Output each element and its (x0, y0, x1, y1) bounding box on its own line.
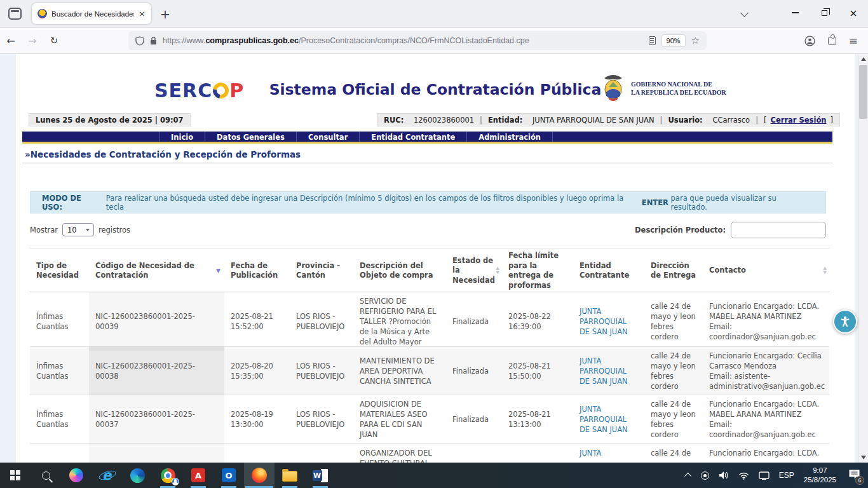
start-button[interactable] (0, 463, 31, 488)
volume-icon[interactable] (719, 471, 729, 480)
windows-taskbar: e A O W ESP 9:0725/8/2025 6 (0, 463, 868, 488)
tab-close-icon[interactable]: × (139, 10, 146, 18)
header-direccion[interactable]: Dirección de Entrega (644, 248, 703, 293)
cell-fecha-limite (502, 444, 573, 463)
reload-button[interactable]: ↻ (43, 35, 65, 46)
entity-link[interactable]: JUNTA (580, 448, 601, 458)
show-label: Mostrar (30, 226, 58, 234)
records-per-page-select[interactable]: 10 (62, 223, 94, 236)
windows-logo-icon (10, 470, 20, 480)
cell-tipo: Ínfimas Cuantías (30, 347, 89, 395)
records-label: registros (98, 226, 130, 234)
product-description-input[interactable] (731, 222, 826, 238)
ecuador-coat-of-arms (600, 73, 626, 104)
sort-desc-icon[interactable]: ▼ (216, 267, 220, 274)
screen: Buscador de Necesidades de Co × + × ← → … (0, 0, 868, 488)
wifi-icon[interactable] (738, 471, 749, 480)
header-estado[interactable]: Estado de la Necesidad▲▼ (446, 248, 502, 293)
cell-descripcion: ADQUISICION DE MATERIALES ASEO PARA EL C… (353, 395, 446, 444)
cell-tipo: Ínfimas Cuantías (30, 292, 89, 351)
nav-item-consultar[interactable]: Consultar (297, 132, 360, 142)
taskbar-chrome-button[interactable] (153, 463, 183, 488)
forward-button[interactable]: → (22, 35, 43, 47)
page-scrollbar[interactable] (858, 54, 868, 463)
table-length-control: Mostrar 10 registros (30, 223, 130, 236)
scroll-up-arrow-icon[interactable] (861, 57, 866, 61)
header-contacto[interactable]: Contacto▲▼ (703, 248, 829, 293)
notification-center-button[interactable]: 6 (848, 469, 860, 482)
taskbar-search-button[interactable] (31, 463, 61, 488)
cell-direccion: calle 24 de (644, 444, 703, 463)
taskbar-copilot-button[interactable] (61, 463, 92, 488)
cell-descripcion: ORGANIZADOR DEL EVENTO CULTURAL (353, 444, 446, 463)
taskbar-firefox-button[interactable] (244, 463, 275, 488)
cell-contacto: Funcionario Encargado: LCDA. MABEL ARANA… (703, 395, 829, 444)
acrobat-icon: A (191, 468, 205, 482)
header-provincia[interactable]: Provincia - Cantón (290, 248, 353, 293)
header-descripcion[interactable]: Descripción del Objeto de compra (353, 248, 446, 293)
tray-clock[interactable]: 9:0725/8/2025 (804, 466, 836, 485)
url-text: https://www.compraspublicas.gob.ec/Proce… (163, 36, 643, 45)
tray-chevron-up-icon[interactable] (684, 473, 691, 480)
browser-tab[interactable]: Buscador de Necesidades de Co × (32, 3, 151, 24)
cast-display-icon[interactable] (759, 471, 770, 480)
window-restore-button[interactable] (810, 0, 839, 25)
table-row: ORGANIZADOR DEL EVENTO CULTURAL JUNTA ca… (30, 444, 829, 463)
window-minimize-button[interactable] (780, 0, 810, 25)
cell-direccion: calle 24 de mayo y leon febres cordero (644, 347, 703, 395)
site-title: Sistema Oficial de Contratación Pública (245, 81, 626, 98)
back-button[interactable]: ← (0, 35, 22, 47)
header-codigo[interactable]: Código de Necesidad de Contratación▼ (89, 248, 224, 293)
nav-item-inicio[interactable]: Inicio (159, 132, 205, 142)
account-icon[interactable] (804, 36, 815, 46)
taskbar-outlook-button[interactable]: O (214, 463, 244, 488)
url-bar[interactable]: https://www.compraspublicas.gob.ec/Proce… (128, 31, 707, 50)
header-entidad[interactable]: Entidad Contratante (573, 248, 644, 293)
header-fecha-limite[interactable]: Fecha límite para la entrega de proforma… (502, 248, 573, 293)
cell-codigo: NIC-1260023860001-2025-00037 (89, 395, 224, 444)
new-tab-button[interactable]: + (160, 7, 170, 21)
outlook-icon: O (222, 468, 236, 482)
reader-mode-icon[interactable] (649, 36, 656, 45)
scrollbar-thumb[interactable] (859, 65, 867, 119)
tray-record-icon[interactable] (701, 471, 709, 480)
internet-explorer-icon: e (99, 468, 114, 483)
taskbar-edge-button[interactable] (122, 463, 153, 488)
table-header-row: Tipo de Necesidad Código de Necesidad de… (30, 248, 829, 292)
cell-fecha-limite: 2025-08-21 13:13:00 (502, 395, 573, 444)
firefox-view-icon[interactable] (8, 8, 22, 20)
sort-both-icon[interactable]: ▲▼ (824, 266, 827, 275)
taskbar-acrobat-button[interactable]: A (183, 463, 214, 488)
entity-link[interactable]: JUNTA PARROQUIAL DE SAN JUAN (580, 404, 638, 435)
taskbar-file-explorer-button[interactable] (275, 463, 305, 488)
logout-link[interactable]: Cerrar Sesión (771, 116, 827, 125)
toolbar-right-cluster: ≡ (804, 34, 868, 47)
lock-icon[interactable] (150, 36, 157, 45)
nav-item-administracion[interactable]: Administración (467, 132, 553, 142)
nav-item-entidad-contratante[interactable]: Entidad Contratante (360, 132, 467, 142)
bookmark-star-icon[interactable]: ☆ (691, 35, 700, 46)
header-tipo[interactable]: Tipo de Necesidad (30, 248, 89, 293)
keyboard-language-indicator[interactable]: ESP (779, 471, 794, 480)
cell-fecha-publicacion (224, 444, 290, 463)
zoom-level-badge[interactable]: 90% (661, 34, 686, 47)
taskbar-internet-explorer-button[interactable]: e (92, 463, 122, 488)
menu-hamburger-icon[interactable]: ≡ (849, 34, 858, 47)
cell-codigo: NIC-1260023860001-2025-00039 (89, 292, 224, 351)
tracking-shield-icon[interactable] (135, 36, 144, 46)
header-fecha-publicacion[interactable]: Fecha de Publicación (224, 248, 290, 293)
extensions-icon[interactable] (828, 37, 836, 45)
cell-fecha-publicacion: 2025-08-20 15:35:00 (224, 347, 290, 395)
nav-item-datos-generales[interactable]: Datos Generales (205, 132, 297, 142)
cell-estado (446, 444, 502, 463)
sercop-logo-o-swirl (210, 79, 232, 102)
entity-link[interactable]: JUNTA PARROQUIAL DE SAN JUAN (580, 356, 638, 386)
entity-link[interactable]: JUNTA PARROQUIAL DE SAN JUAN (580, 306, 638, 337)
window-close-button[interactable]: × (839, 0, 868, 25)
accessibility-widget-button[interactable] (833, 309, 857, 334)
taskbar-word-button[interactable]: W (305, 463, 336, 488)
scroll-down-arrow-icon[interactable] (861, 456, 866, 459)
sort-both-icon[interactable]: ▲▼ (496, 266, 499, 275)
list-all-tabs-chevron-icon[interactable] (740, 9, 749, 17)
cell-entidad: JUNTA PARROQUIAL DE SAN JUAN (573, 292, 644, 351)
